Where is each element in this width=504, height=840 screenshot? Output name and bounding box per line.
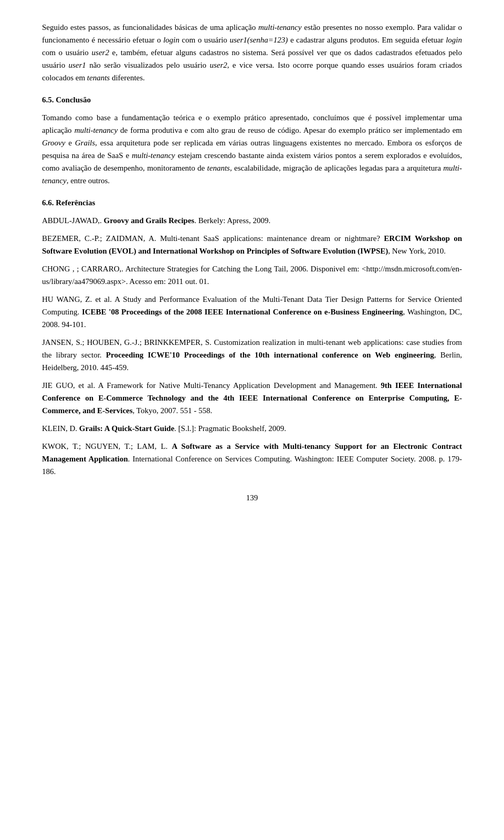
intro-paragraph: Seguido estes passos, as funcionalidades… bbox=[42, 21, 462, 84]
ref-abdul-jawad: ABDUL-JAWAD,. Groovy and Grails Recipes.… bbox=[42, 214, 462, 227]
page-container: Seguido estes passos, as funcionalidades… bbox=[0, 0, 504, 840]
conclusao-paragraph: Tomando como base a fundamentação teóric… bbox=[42, 111, 462, 187]
ref-hu-wang: HU WANG, Z. et al. A Study and Performan… bbox=[42, 293, 462, 331]
ref-chong: CHONG , ; CARRARO,. Architecture Strateg… bbox=[42, 262, 462, 288]
ref-klein: KLEIN, D. Grails: A Quick-Start Guide. [… bbox=[42, 422, 462, 435]
ref-jie-guo: JIE GUO, et al. A Framework for Native M… bbox=[42, 379, 462, 417]
ref-bezemer: BEZEMER, C.-P.; ZAIDMAN, A. Multi-tenant… bbox=[42, 232, 462, 257]
ref-kwok: KWOK, T.; NGUYEN, T.; LAM, L. A Software… bbox=[42, 440, 462, 478]
ref-jansen: JANSEN, S.; HOUBEN, G.-J.; BRINKKEMPER, … bbox=[42, 336, 462, 374]
page-number: 139 bbox=[42, 494, 462, 502]
section-conclusao-heading: 6.5. Conclusão bbox=[42, 93, 462, 106]
section-referencias-heading: 6.6. Referências bbox=[42, 196, 462, 209]
